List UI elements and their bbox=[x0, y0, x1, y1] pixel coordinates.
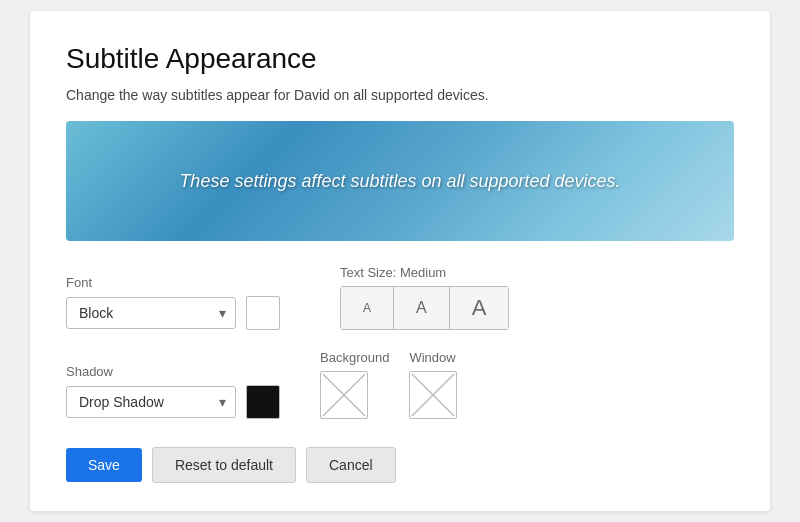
shadow-label: Shadow bbox=[66, 364, 280, 379]
shadow-select[interactable]: None Drop Shadow Raised Depressed Unifor… bbox=[66, 386, 236, 418]
window-color-box[interactable] bbox=[409, 371, 457, 419]
preview-banner: These settings affect subtitles on all s… bbox=[66, 121, 734, 241]
font-control-group: Font Default Block Serif Sans-Serif Curs… bbox=[66, 275, 280, 330]
page-title: Subtitle Appearance bbox=[66, 43, 734, 75]
font-label: Font bbox=[66, 275, 280, 290]
size-letter-medium: A bbox=[416, 299, 427, 317]
shadow-select-row: None Drop Shadow Raised Depressed Unifor… bbox=[66, 385, 280, 419]
window-color-group: Window bbox=[409, 350, 457, 419]
font-select[interactable]: Default Block Serif Sans-Serif Cursive C… bbox=[66, 297, 236, 329]
size-btn-large[interactable]: A bbox=[450, 287, 509, 329]
size-buttons-container: A A A bbox=[340, 286, 509, 330]
font-color-box[interactable] bbox=[246, 296, 280, 330]
save-button[interactable]: Save bbox=[66, 448, 142, 482]
shadow-select-wrapper: None Drop Shadow Raised Depressed Unifor… bbox=[66, 386, 236, 418]
window-label: Window bbox=[409, 350, 455, 365]
text-size-label: Text Size: Medium bbox=[340, 265, 509, 280]
subtitle-appearance-panel: Subtitle Appearance Change the way subti… bbox=[30, 11, 770, 511]
preview-text: These settings affect subtitles on all s… bbox=[159, 171, 640, 192]
cancel-button[interactable]: Cancel bbox=[306, 447, 396, 483]
background-color-box[interactable] bbox=[320, 371, 368, 419]
page-description: Change the way subtitles appear for Davi… bbox=[66, 87, 734, 103]
reset-button[interactable]: Reset to default bbox=[152, 447, 296, 483]
font-row: Default Block Serif Sans-Serif Cursive C… bbox=[66, 296, 280, 330]
size-letter-large: A bbox=[472, 295, 487, 321]
size-letter-small: A bbox=[363, 301, 371, 315]
size-btn-small[interactable]: A bbox=[341, 287, 394, 329]
bg-window-group: Background Window bbox=[320, 350, 457, 419]
shadow-control-group: Shadow None Drop Shadow Raised Depressed… bbox=[66, 364, 280, 419]
font-select-wrapper: Default Block Serif Sans-Serif Cursive C… bbox=[66, 297, 236, 329]
background-color-group: Background bbox=[320, 350, 389, 419]
background-label: Background bbox=[320, 350, 389, 365]
controls-row-2: Shadow None Drop Shadow Raised Depressed… bbox=[66, 350, 734, 419]
text-size-group: Text Size: Medium A A A bbox=[340, 265, 509, 330]
controls-row-1: Font Default Block Serif Sans-Serif Curs… bbox=[66, 265, 734, 330]
footer-buttons: Save Reset to default Cancel bbox=[66, 447, 734, 483]
size-btn-medium[interactable]: A bbox=[394, 287, 450, 329]
shadow-color-box[interactable] bbox=[246, 385, 280, 419]
